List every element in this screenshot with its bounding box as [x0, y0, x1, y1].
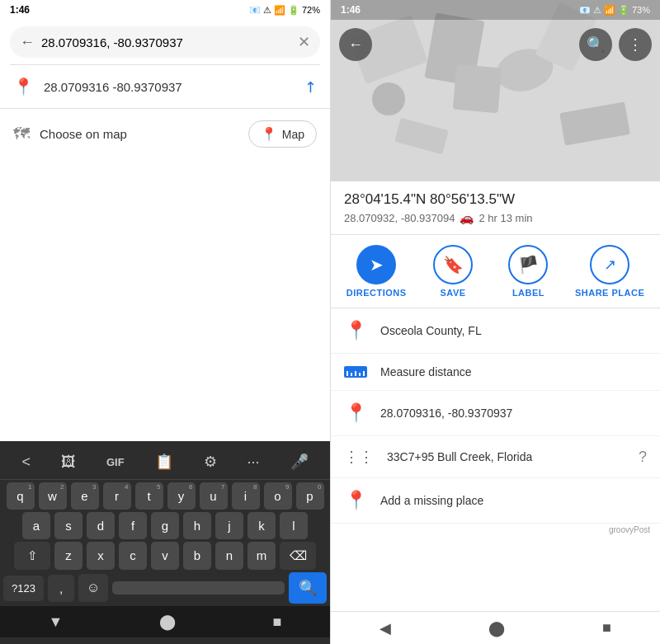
coords-sub-text: 28.070932, -80.937094	[344, 212, 455, 224]
key-u[interactable]: 7u	[200, 482, 228, 510]
keyboard-settings-key[interactable]: ⚙	[197, 449, 224, 474]
coords-text: 28.0709316, -80.9370937	[380, 407, 647, 420]
back-arrow-icon[interactable]: ←	[20, 34, 35, 51]
drive-time: 2 hr 13 min	[478, 212, 532, 224]
share-icon: ↗	[604, 256, 616, 274]
nav-back-icon[interactable]: ▼	[49, 613, 64, 631]
list-item-county[interactable]: 📍 Osceola County, FL	[331, 308, 660, 354]
location-pin-icon: 📍	[13, 77, 34, 96]
key-emoji[interactable]: ☺	[78, 574, 108, 602]
nav-recents-icon[interactable]: ■	[273, 613, 282, 631]
map-button[interactable]: 📍 Map	[248, 120, 317, 148]
keyboard-gif-key[interactable]: GIF	[100, 453, 131, 472]
key-t[interactable]: 5t	[135, 482, 163, 510]
keyboard-collapse-key[interactable]: <	[15, 450, 37, 474]
key-numeric-toggle[interactable]: ?123	[3, 576, 44, 601]
key-n[interactable]: n	[215, 542, 243, 570]
nav-home-right[interactable]: ⬤	[488, 619, 505, 637]
bottom-nav-right: ◀ ⬤ ■	[331, 611, 660, 644]
nav-recents-right[interactable]: ■	[602, 619, 611, 637]
location-result[interactable]: 📍 28.0709316 -80.9370937 ↗	[0, 65, 330, 108]
list-item-coords[interactable]: 📍 28.0709316, -80.9370937	[331, 391, 660, 436]
label-icon-circle: 🏴	[508, 245, 548, 284]
key-x[interactable]: x	[87, 542, 115, 570]
status-bar-right: 1:46 📧 ⚠ 📶 🔋 73%	[331, 0, 660, 20]
key-space[interactable]	[112, 581, 285, 595]
key-a[interactable]: a	[22, 512, 50, 539]
key-backspace[interactable]: ⌫	[280, 542, 316, 570]
directions-icon: ➤	[370, 255, 384, 275]
choose-on-map-label: Choose on map	[40, 127, 238, 141]
key-r[interactable]: 4r	[103, 482, 131, 510]
save-button[interactable]: 🔖 SAVE	[424, 245, 482, 298]
key-v[interactable]: v	[151, 542, 179, 570]
help-icon[interactable]: ?	[639, 449, 647, 466]
key-z[interactable]: z	[54, 542, 82, 570]
share-place-button[interactable]: ↗ SHARE PLACE	[575, 245, 644, 298]
list-item-pluscode[interactable]: ⋮⋮ 33C7+95 Bull Creek, Florida ?	[331, 436, 660, 478]
key-o[interactable]: 9o	[264, 482, 292, 510]
save-label: SAVE	[440, 288, 465, 298]
key-m[interactable]: m	[248, 542, 276, 570]
key-search[interactable]: 🔍	[289, 572, 327, 604]
action-buttons: ➤ DIRECTIONS 🔖 SAVE 🏴 LABEL ↗ SHARE PLAC…	[331, 235, 660, 308]
map-obj-8	[394, 118, 449, 155]
map-obj-7	[559, 101, 630, 145]
keyboard-toolbar: < 🖼 GIF 📋 ⚙ ··· 🎤	[0, 446, 330, 480]
keyboard-more-key[interactable]: ···	[241, 450, 266, 474]
key-s[interactable]: s	[54, 512, 82, 539]
key-i[interactable]: 8i	[232, 482, 260, 510]
keyboard-mic-key[interactable]: 🎤	[284, 449, 315, 474]
key-l[interactable]: l	[280, 512, 308, 539]
keyboard-clipboard-key[interactable]: 📋	[148, 449, 180, 474]
key-shift[interactable]: ⇧	[14, 542, 50, 570]
map-obj-6	[453, 64, 502, 114]
coords-main: 28°04'15.4"N 80°56'13.5"W	[344, 191, 647, 208]
search-input[interactable]: 28.0709316, -80.9370937	[41, 35, 291, 49]
map-obj-5	[372, 82, 405, 115]
directions-label: DIRECTIONS	[346, 288, 407, 298]
measure-ruler-icon	[344, 366, 367, 378]
nav-back-right[interactable]: ◀	[380, 619, 391, 637]
pluscode-icon: ⋮⋮	[344, 448, 374, 466]
coords-pin-icon: 📍	[344, 402, 367, 424]
share-icon-circle: ↗	[590, 245, 629, 284]
status-icons-left: 📧 ⚠ 📶 🔋 72%	[249, 5, 320, 16]
map-more-button[interactable]: ⋮	[619, 28, 652, 61]
key-c[interactable]: c	[119, 542, 147, 570]
list-item-measure[interactable]: Measure distance	[331, 354, 660, 391]
save-icon-circle: 🔖	[433, 245, 473, 284]
list-item-add-place[interactable]: 📍 Add a missing place	[331, 478, 660, 524]
search-bar: ← 28.0709316, -80.9370937 ✕	[10, 26, 320, 58]
watermark: groovyPost	[331, 524, 660, 536]
navigate-arrow-icon: ↗	[299, 76, 321, 97]
label-button[interactable]: 🏴 LABEL	[499, 245, 557, 298]
left-panel: 1:46 📧 ⚠ 📶 🔋 72% ← 28.0709316, -80.93709…	[0, 0, 330, 644]
key-h[interactable]: h	[183, 512, 211, 539]
map-back-button[interactable]: ←	[339, 28, 372, 61]
key-y[interactable]: 6y	[167, 482, 196, 510]
key-j[interactable]: j	[215, 512, 243, 539]
map-search-button[interactable]: 🔍	[579, 28, 612, 61]
status-bar-left: 1:46 📧 ⚠ 📶 🔋 72%	[0, 0, 330, 20]
key-g[interactable]: g	[151, 512, 179, 539]
info-card: 28°04'15.4"N 80°56'13.5"W 28.070932, -80…	[331, 181, 660, 235]
key-comma[interactable]: ,	[48, 575, 74, 602]
key-b[interactable]: b	[183, 542, 211, 570]
key-d[interactable]: d	[87, 512, 115, 539]
keyboard: < 🖼 GIF 📋 ⚙ ··· 🎤 1q 2w 3e 4r 5t 6y 7u 8…	[0, 441, 330, 644]
key-e[interactable]: 3e	[71, 482, 99, 510]
keyboard-image-key[interactable]: 🖼	[54, 450, 82, 474]
ruler-tick-4	[359, 373, 361, 376]
map-header-buttons: ← 🔍 ⋮	[331, 23, 660, 66]
key-w[interactable]: 2w	[39, 482, 67, 510]
directions-button[interactable]: ➤ DIRECTIONS	[346, 245, 407, 298]
nav-home-icon[interactable]: ⬤	[159, 613, 176, 631]
key-f[interactable]: f	[119, 512, 147, 539]
map-btn-location-icon: 📍	[261, 126, 277, 142]
ruler-visual	[344, 366, 367, 378]
key-p[interactable]: 0p	[296, 482, 324, 510]
key-q[interactable]: 1q	[7, 482, 35, 510]
clear-button[interactable]: ✕	[298, 33, 310, 51]
key-k[interactable]: k	[248, 512, 276, 539]
